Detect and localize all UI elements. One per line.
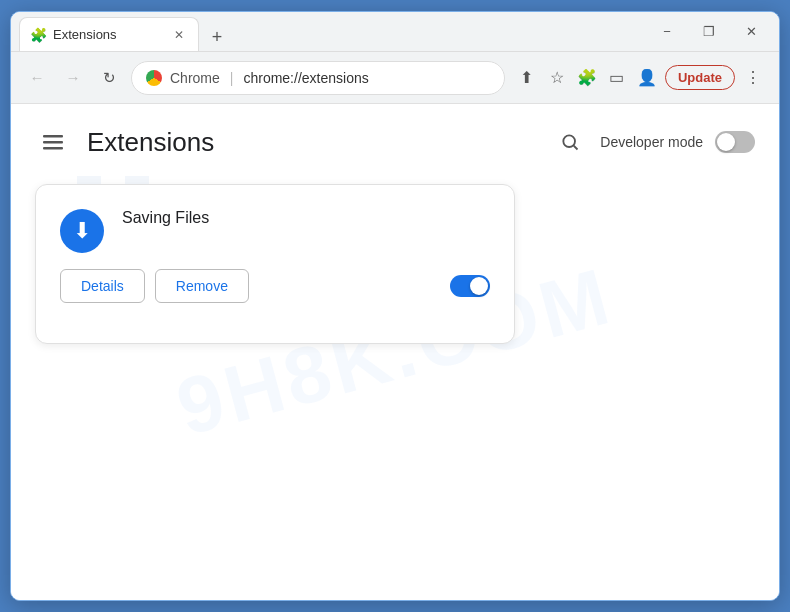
extension-enable-toggle[interactable] [450,275,490,297]
sidebar-button[interactable]: ▭ [603,64,631,92]
back-button[interactable]: ← [23,64,51,92]
extension-info: Saving Files [122,209,490,227]
search-button[interactable] [552,124,588,160]
close-button[interactable]: ✕ [731,16,771,48]
update-button[interactable]: Update [665,65,735,90]
extension-card: ⬇ Saving Files Details Remove [35,184,515,344]
extension-bottom: Details Remove [60,269,490,303]
toolbar-icons: ⬆ ☆ 🧩 ▭ 👤 Update ⋮ [513,64,767,92]
address-domain: Chrome [170,70,220,86]
active-tab: 🧩 Extensions ✕ [19,17,199,51]
address-bar: ← → ↻ Chrome | chrome://extensions ⬆ ☆ 🧩… [11,52,779,104]
tab-close-button[interactable]: ✕ [170,26,188,44]
toggle-knob [717,133,735,151]
address-input[interactable]: Chrome | chrome://extensions [131,61,505,95]
forward-button[interactable]: → [59,64,87,92]
page-title: Extensions [87,127,536,158]
page-header: Extensions Developer mode [11,104,779,176]
hamburger-button[interactable] [35,124,71,160]
chrome-logo-icon [146,70,162,86]
tab-strip: 🧩 Extensions ✕ + [19,12,643,51]
minimize-button[interactable]: − [647,16,687,48]
share-button[interactable]: ⬆ [513,64,541,92]
tab-title: Extensions [53,27,164,42]
extension-icon: ⬇ [60,209,104,253]
download-icon: ⬇ [73,218,91,244]
maximize-button[interactable]: ❐ [689,16,729,48]
bookmark-button[interactable]: ☆ [543,64,571,92]
svg-rect-2 [43,147,63,150]
svg-rect-0 [43,135,63,138]
tab-icon: 🧩 [30,27,47,43]
address-separator: | [230,70,234,86]
extension-toggle-knob [470,277,488,295]
header-right: Developer mode [552,124,755,160]
developer-mode-label: Developer mode [600,134,703,150]
developer-mode-toggle[interactable] [715,131,755,153]
extensions-button[interactable]: 🧩 [573,64,601,92]
extension-top: ⬇ Saving Files [60,209,490,253]
extension-name: Saving Files [122,209,209,226]
extensions-area: ⬇ Saving Files Details Remove [11,176,779,368]
title-bar: 🧩 Extensions ✕ + − ❐ ✕ [11,12,779,52]
profile-button[interactable]: 👤 [633,64,661,92]
svg-point-3 [564,135,576,147]
reload-button[interactable]: ↻ [95,64,123,92]
address-path: chrome://extensions [243,70,368,86]
browser-window: 🧩 Extensions ✕ + − ❐ ✕ ← → ↻ Chrome | ch… [10,11,780,601]
svg-rect-1 [43,141,63,144]
svg-line-4 [574,146,578,150]
extension-toggle-wrap [450,275,490,297]
page-content: 9H8K.COM Extensions Developer mo [11,104,779,600]
new-tab-button[interactable]: + [203,23,231,51]
remove-button[interactable]: Remove [155,269,249,303]
more-button[interactable]: ⋮ [739,64,767,92]
details-button[interactable]: Details [60,269,145,303]
window-controls: − ❐ ✕ [647,16,771,48]
